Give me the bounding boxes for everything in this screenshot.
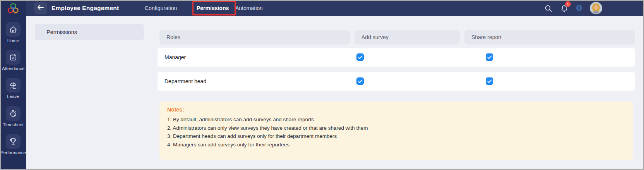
search-icon[interactable] <box>544 4 553 13</box>
back-arrow-icon <box>37 5 44 12</box>
column-header-roles: Roles <box>159 30 350 45</box>
note-item: 3. Department heads can add surveys only… <box>167 132 625 141</box>
sidebar-item-timesheet[interactable]: Timesheet <box>0 106 26 127</box>
gear-icon[interactable]: ⚙ <box>575 0 583 16</box>
top-bar: Employee Engagement Configuration Permis… <box>0 0 644 16</box>
app-window: Employee Engagement Configuration Permis… <box>0 0 644 170</box>
home-icon <box>6 22 21 37</box>
column-header-share-report: Share report <box>464 30 635 45</box>
sidebar-label: Timesheet <box>0 122 26 127</box>
back-button[interactable] <box>34 2 47 14</box>
app-sidebar: Home Attendance Leave Timesheet Performa <box>0 0 26 170</box>
table-row-department-head: Department head <box>158 72 635 91</box>
sidebar-label: Leave <box>0 94 26 99</box>
tab-automation[interactable]: Automation <box>235 0 263 16</box>
note-item: 2. Administrators can only view surveys … <box>167 124 625 132</box>
zoho-people-logo-icon[interactable] <box>6 2 21 16</box>
calendar-check-icon <box>6 50 21 65</box>
checkbox-department-head-add-survey[interactable] <box>356 77 364 85</box>
note-item: 4. Managers can add surveys only for the… <box>167 141 625 149</box>
user-avatar[interactable] <box>590 2 602 14</box>
table-row-manager: Manager <box>158 48 635 67</box>
tab-configuration[interactable]: Configuration <box>145 0 177 16</box>
settings-nav-permissions[interactable]: Permissions <box>35 24 144 40</box>
checkbox-manager-share-report[interactable] <box>486 53 493 61</box>
role-name: Department head <box>164 72 206 91</box>
sidebar-item-performance[interactable]: Performance <box>0 134 26 155</box>
trophy-icon <box>6 134 21 149</box>
notes-list: 1. By default, administrators can add su… <box>167 115 625 149</box>
stopwatch-icon <box>6 106 21 121</box>
sidebar-label: Home <box>0 38 26 43</box>
role-name: Manager <box>164 48 186 67</box>
notes-title: Notes: <box>167 106 625 113</box>
sidebar-label: Attendance <box>0 66 26 71</box>
sidebar-item-home[interactable]: Home <box>0 22 26 43</box>
tab-permissions[interactable]: Permissions <box>197 0 229 16</box>
notes-panel: Notes: 1. By default, administrators can… <box>159 101 633 160</box>
checkbox-manager-add-survey[interactable] <box>356 53 364 61</box>
main-content: Permissions Roles Add survey Share repor… <box>26 16 644 170</box>
sidebar-item-leave[interactable]: Leave <box>0 78 26 99</box>
page-title: Employee Engagement <box>51 0 119 16</box>
note-item: 1. By default, administrators can add su… <box>167 115 625 124</box>
sidebar-label: Performance <box>0 150 26 155</box>
notification-badge: 1 <box>565 1 571 7</box>
column-header-add-survey: Add survey <box>355 30 460 45</box>
checkbox-department-head-share-report[interactable] <box>486 77 493 85</box>
sidebar-item-attendance[interactable]: Attendance <box>0 50 26 71</box>
beach-umbrella-icon <box>6 78 21 93</box>
